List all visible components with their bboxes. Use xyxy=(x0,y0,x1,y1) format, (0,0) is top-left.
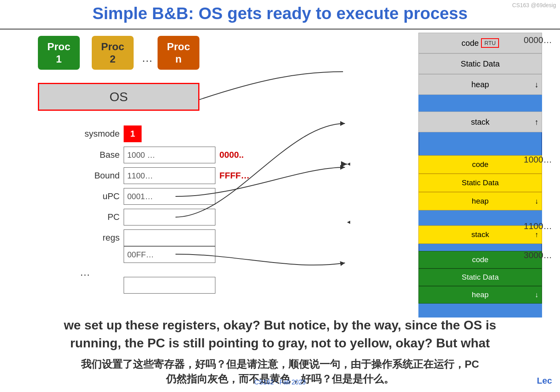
os-stack-cell: stack ↑ xyxy=(418,112,542,132)
green-static-data-cell: Static Data xyxy=(418,269,542,286)
yellow-heap-cell: heap ↓ xyxy=(418,192,542,210)
yellow-stack-arrow: ↑ xyxy=(535,231,538,239)
os-memory-section: code RTU Static Data heap ↓ stack ↑ xyxy=(418,33,542,132)
base-label: Base xyxy=(80,150,120,160)
yellow-heap-arrow: ↓ xyxy=(535,197,538,206)
procn-box: Procn xyxy=(158,36,199,70)
os-stack-label: stack xyxy=(471,118,490,127)
addr-0000: 0000… xyxy=(524,35,552,45)
green-code-label: code xyxy=(472,255,488,264)
val00ff-row: 00FF… xyxy=(80,246,215,263)
yellow-static-data-cell: Static Data xyxy=(418,174,542,192)
bound-side-text: FFFF… xyxy=(219,171,250,181)
regs-label: regs xyxy=(80,233,120,243)
bound-label: Bound xyxy=(80,171,120,181)
upc-row: uPC 0001… xyxy=(80,188,215,205)
yellow-heap-label: heap xyxy=(472,197,489,206)
green-static-data-label: Static Data xyxy=(462,273,499,282)
upc-label: uPC xyxy=(80,191,120,202)
sysmode-label: sysmode xyxy=(80,129,120,139)
pc-field[interactable] xyxy=(124,209,215,225)
os-label: OS xyxy=(109,90,128,104)
caption-english: we set up these registers, okay? But not… xyxy=(0,316,560,352)
yellow-static-data-label: Static Data xyxy=(462,178,499,187)
base-field[interactable]: 1000 … xyxy=(124,147,215,163)
os-code-label: code xyxy=(461,39,479,48)
title-divider xyxy=(0,29,560,29)
sysmode-value: 1 xyxy=(124,125,142,142)
yellow-stack-label: stack xyxy=(471,230,489,239)
os-heap-label: heap xyxy=(471,80,489,89)
empty-row xyxy=(80,277,215,294)
bound-field[interactable]: 1100… xyxy=(124,167,215,184)
regs-field[interactable] xyxy=(124,229,215,246)
pc-label: PC xyxy=(80,212,120,222)
os-heap-cell: heap ↓ xyxy=(418,74,542,95)
os-static-data-cell: Static Data xyxy=(418,53,542,74)
upc-value: 0001… xyxy=(127,192,153,201)
addr-1100: 1100… xyxy=(524,221,552,231)
upc-field[interactable]: 0001… xyxy=(124,188,215,205)
sysmode-row: sysmode 1 xyxy=(80,125,142,142)
dots-between-procs: … xyxy=(142,52,153,65)
svg-marker-1 xyxy=(347,221,350,224)
os-box: OS xyxy=(38,83,199,111)
os-static-data-label: Static Data xyxy=(461,59,500,69)
os-gap-cell xyxy=(418,95,542,112)
rtu-badge: RTU xyxy=(481,38,499,48)
slide-title: Simple B&B: OS gets ready to execute pro… xyxy=(8,4,552,23)
course-label: CS162 - Fall 2023 xyxy=(254,379,306,386)
heap-down-arrow: ↓ xyxy=(534,80,538,89)
bound-value: 1100… xyxy=(127,171,153,180)
proc1-box: Proc1 xyxy=(38,36,80,70)
empty-field[interactable] xyxy=(124,277,215,294)
green-memory-section: code Static Data heap ↓ xyxy=(418,251,542,318)
green-heap-label: heap xyxy=(472,290,489,299)
proc2-box: Proc2 xyxy=(92,36,134,70)
base-value: 1000 … xyxy=(127,151,155,160)
stack-up-arrow: ↑ xyxy=(534,118,538,127)
green-heap-arrow: ↓ xyxy=(535,291,538,299)
pc-row: PC xyxy=(80,209,215,225)
addr-3000: 3000… xyxy=(524,250,552,261)
base-side-text: 0000.. xyxy=(219,150,244,160)
addr-1000: 1000… xyxy=(524,155,552,165)
regs-row: regs xyxy=(80,229,215,246)
lec-label: Lec xyxy=(537,376,552,386)
base-row: Base 1000 … 0000.. xyxy=(80,147,244,163)
green-gap xyxy=(418,304,542,318)
svg-marker-0 xyxy=(347,163,350,166)
bound-row: Bound 1100… FFFF… xyxy=(80,167,250,184)
watermark: CS163 @69desig xyxy=(512,2,556,8)
yellow-code-label: code xyxy=(472,160,488,169)
green-heap-cell: heap ↓ xyxy=(418,286,542,304)
val00ff-value: 00FF… xyxy=(127,250,154,259)
val00ff-field[interactable]: 00FF… xyxy=(124,246,215,263)
